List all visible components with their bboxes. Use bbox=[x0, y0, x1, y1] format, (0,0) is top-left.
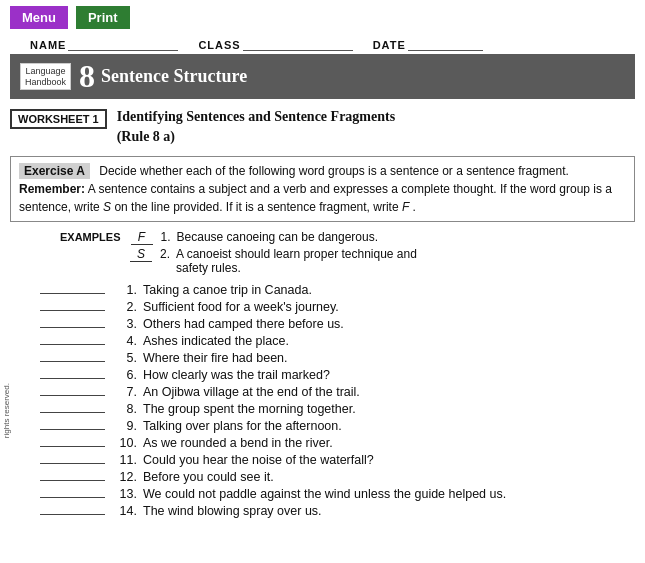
question-row: 8.The group spent the morning together. bbox=[30, 402, 635, 416]
answer-line[interactable] bbox=[40, 361, 105, 362]
worksheet-title-line1: Identifying Sentences and Sentence Fragm… bbox=[117, 107, 395, 127]
question-number: 7. bbox=[113, 385, 137, 399]
end-text: . bbox=[413, 200, 416, 214]
question-row: 5.Where their fire had been. bbox=[30, 351, 635, 365]
examples-section: EXAMPLES F 1. Because canoeing can be da… bbox=[60, 230, 625, 275]
question-number: 13. bbox=[113, 487, 137, 501]
worksheet-row: WORKSHEET 1 Identifying Sentences and Se… bbox=[10, 103, 635, 150]
lang-handbook-box: Language Handbook bbox=[20, 63, 71, 91]
example-row-2: S 2. A canoeist should learn proper tech… bbox=[60, 247, 625, 275]
answer-line[interactable] bbox=[40, 344, 105, 345]
name-underline[interactable] bbox=[68, 38, 178, 51]
question-text: Talking over plans for the afternoon. bbox=[143, 419, 635, 433]
worksheet-title-line2: (Rule 8 a) bbox=[117, 127, 395, 147]
menu-button[interactable]: Menu bbox=[10, 6, 68, 29]
exercise-box: Exercise A Decide whether each of the fo… bbox=[10, 156, 635, 222]
question-text: Where their fire had been. bbox=[143, 351, 635, 365]
date-label: DATE bbox=[373, 39, 406, 51]
answer-line[interactable] bbox=[40, 395, 105, 396]
example-num-1: 1. bbox=[161, 230, 171, 244]
answer-line[interactable] bbox=[40, 412, 105, 413]
question-text: The wind blowing spray over us. bbox=[143, 504, 635, 518]
question-number: 9. bbox=[113, 419, 137, 433]
answer-line[interactable] bbox=[40, 514, 105, 515]
example-text-2: A canoeist should learn proper technique… bbox=[176, 247, 625, 275]
middle-text: on the line provided. If it is a sentenc… bbox=[114, 200, 398, 214]
answer-line[interactable] bbox=[40, 293, 105, 294]
question-text: Others had camped there before us. bbox=[143, 317, 635, 331]
question-row: 1.Taking a canoe trip in Canada. bbox=[30, 283, 635, 297]
example-text-1: Because canoeing can be dangerous. bbox=[177, 230, 625, 244]
class-label: CLASS bbox=[198, 39, 240, 51]
question-text: As we rounded a bend in the river. bbox=[143, 436, 635, 450]
worksheet-badge: WORKSHEET 1 bbox=[10, 109, 107, 129]
header-title: Sentence Structure bbox=[101, 66, 247, 87]
question-number: 12. bbox=[113, 470, 137, 484]
section-number: 8 bbox=[79, 58, 95, 95]
question-text: An Ojibwa village at the end of the trai… bbox=[143, 385, 635, 399]
question-row: 13.We could not paddle against the wind … bbox=[30, 487, 635, 501]
question-number: 10. bbox=[113, 436, 137, 450]
question-row: 9.Talking over plans for the afternoon. bbox=[30, 419, 635, 433]
answer-line[interactable] bbox=[40, 463, 105, 464]
date-underline[interactable] bbox=[408, 38, 483, 51]
question-number: 6. bbox=[113, 368, 137, 382]
worksheet-title: Identifying Sentences and Sentence Fragm… bbox=[117, 107, 395, 146]
question-number: 11. bbox=[113, 453, 137, 467]
header-bar: Language Handbook 8 Sentence Structure bbox=[10, 54, 635, 99]
example-answer-2: S bbox=[130, 247, 152, 262]
question-number: 3. bbox=[113, 317, 137, 331]
question-number: 8. bbox=[113, 402, 137, 416]
question-row: 11.Could you hear the noise of the water… bbox=[30, 453, 635, 467]
example-num-2: 2. bbox=[160, 247, 170, 261]
question-text: Before you could see it. bbox=[143, 470, 635, 484]
name-class-date-row: NAME CLASS DATE bbox=[0, 35, 645, 54]
answer-line[interactable] bbox=[40, 497, 105, 498]
question-row: 10.As we rounded a bend in the river. bbox=[30, 436, 635, 450]
top-bar: Menu Print bbox=[0, 0, 645, 35]
question-text: Ashes indicated the place. bbox=[143, 334, 635, 348]
exercise-instruction: Decide whether each of the following wor… bbox=[99, 164, 569, 178]
example-row-1: EXAMPLES F 1. Because canoeing can be da… bbox=[60, 230, 625, 245]
question-row: 14.The wind blowing spray over us. bbox=[30, 504, 635, 518]
question-row: 4.Ashes indicated the place. bbox=[30, 334, 635, 348]
question-row: 3.Others had camped there before us. bbox=[30, 317, 635, 331]
question-row: 2.Sufficient food for a week's journey. bbox=[30, 300, 635, 314]
answer-line[interactable] bbox=[40, 480, 105, 481]
example-answer-1: F bbox=[131, 230, 153, 245]
remember-label: Remember: bbox=[19, 182, 85, 196]
question-number: 1. bbox=[113, 283, 137, 297]
question-number: 5. bbox=[113, 351, 137, 365]
exercise-label: Exercise A bbox=[19, 163, 90, 179]
questions-section: 1.Taking a canoe trip in Canada.2.Suffic… bbox=[30, 283, 635, 518]
question-number: 2. bbox=[113, 300, 137, 314]
name-label: NAME bbox=[30, 39, 66, 51]
language-label: Language bbox=[25, 66, 66, 77]
question-row: 7.An Ojibwa village at the end of the tr… bbox=[30, 385, 635, 399]
answer-line[interactable] bbox=[40, 446, 105, 447]
f-italic: F bbox=[402, 200, 409, 214]
handbook-label: Handbook bbox=[25, 77, 66, 88]
question-text: The group spent the morning together. bbox=[143, 402, 635, 416]
question-text: How clearly was the trail marked? bbox=[143, 368, 635, 382]
question-number: 4. bbox=[113, 334, 137, 348]
answer-line[interactable] bbox=[40, 310, 105, 311]
s-italic: S bbox=[103, 200, 111, 214]
question-row: 12.Before you could see it. bbox=[30, 470, 635, 484]
answer-line[interactable] bbox=[40, 429, 105, 430]
question-row: 6.How clearly was the trail marked? bbox=[30, 368, 635, 382]
answer-line[interactable] bbox=[40, 378, 105, 379]
question-text: We could not paddle against the wind unl… bbox=[143, 487, 635, 501]
answer-line[interactable] bbox=[40, 327, 105, 328]
question-text: Taking a canoe trip in Canada. bbox=[143, 283, 635, 297]
question-number: 14. bbox=[113, 504, 137, 518]
class-underline[interactable] bbox=[243, 38, 353, 51]
print-button[interactable]: Print bbox=[76, 6, 130, 29]
question-text: Could you hear the noise of the waterfal… bbox=[143, 453, 635, 467]
question-text: Sufficient food for a week's journey. bbox=[143, 300, 635, 314]
examples-label: EXAMPLES bbox=[60, 231, 121, 243]
side-text: rights reserved. bbox=[2, 383, 11, 438]
